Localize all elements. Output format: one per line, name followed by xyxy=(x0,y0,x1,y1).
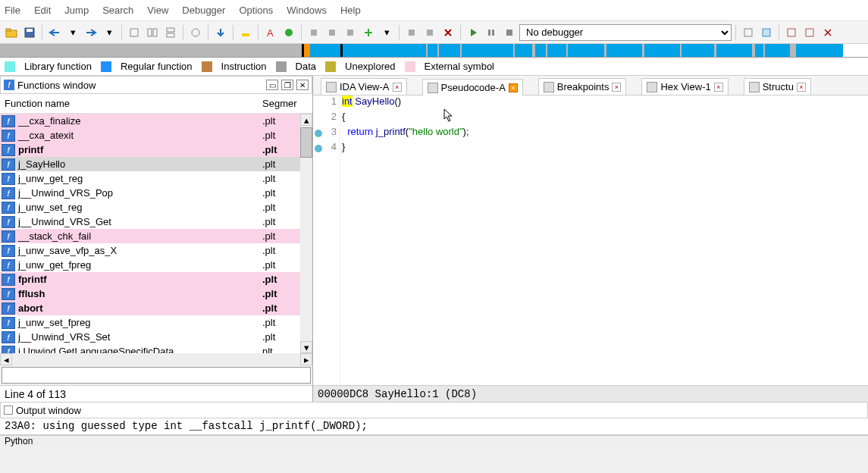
db-icon-5[interactable] xyxy=(421,24,438,41)
tool-icon-3[interactable] xyxy=(162,24,179,41)
tab-close-icon[interactable]: × xyxy=(797,83,806,92)
function-row[interactable]: fj_unw_get_fpreg.plt xyxy=(0,258,312,272)
menu-jump[interactable]: Jump xyxy=(64,5,89,16)
function-row[interactable]: fj_unw_save_vfp_as_X.plt xyxy=(0,243,312,258)
function-row[interactable]: f__cxa_finalize.plt xyxy=(0,114,312,128)
panel-minimize-icon[interactable]: ▭ xyxy=(266,80,278,90)
panel-close-icon[interactable]: ✕ xyxy=(296,80,309,90)
forward-drop-icon[interactable]: ▾ xyxy=(101,24,118,41)
db-icon-3[interactable] xyxy=(342,24,359,41)
tab-close-icon[interactable]: × xyxy=(714,83,723,92)
db-icon-2[interactable] xyxy=(324,24,340,41)
tool-icon-end4[interactable] xyxy=(801,24,818,41)
func-icon: f xyxy=(2,302,15,315)
navigation-band[interactable] xyxy=(0,44,868,58)
function-row[interactable]: fj_unw_get_reg.plt xyxy=(0,171,312,186)
db-icon-1[interactable] xyxy=(306,24,322,41)
stop-icon[interactable] xyxy=(501,24,518,41)
functions-list[interactable]: f__cxa_finalize.pltf__cxa_atexit.pltfpri… xyxy=(0,114,312,353)
menu-file[interactable]: File xyxy=(5,5,20,16)
highlight-icon[interactable] xyxy=(237,24,254,41)
tab-breakpoints[interactable]: Breakpoints× xyxy=(538,78,627,95)
function-row[interactable]: fj__Unwind_VRS_Get.plt xyxy=(0,215,312,229)
func-icon: f xyxy=(4,80,14,90)
text-icon[interactable]: A xyxy=(262,24,279,41)
menu-options[interactable]: Options xyxy=(239,5,273,16)
menu-windows[interactable]: Windows xyxy=(287,5,327,16)
tool-icon-1[interactable] xyxy=(126,24,143,41)
tool-icon-4[interactable] xyxy=(187,24,204,41)
svg-rect-1 xyxy=(6,29,11,31)
tool-icon-end3[interactable] xyxy=(783,24,800,41)
func-icon: f xyxy=(2,274,15,286)
function-row[interactable]: ffprintf.plt xyxy=(0,272,312,287)
play-icon[interactable] xyxy=(465,24,481,41)
svg-rect-14 xyxy=(329,30,335,36)
bottom-tab-python[interactable]: Python xyxy=(0,435,868,447)
back-drop-icon[interactable]: ▾ xyxy=(64,24,81,41)
debugger-select[interactable]: No debugger xyxy=(519,24,732,41)
func-icon: f xyxy=(2,317,15,329)
legend-swatch-library xyxy=(5,61,15,72)
drop-icon[interactable]: ▾ xyxy=(378,24,395,41)
tool-icon-2[interactable] xyxy=(144,24,161,41)
tab-close-icon[interactable]: × xyxy=(612,83,621,92)
tab-close-icon[interactable]: × xyxy=(393,83,402,92)
function-row[interactable]: fi Unwind GetLanguageSpecificData nlt xyxy=(0,344,312,353)
tab-structu[interactable]: Structu× xyxy=(744,78,811,95)
function-row[interactable]: ffflush.plt xyxy=(0,287,312,301)
func-icon: f xyxy=(2,187,15,199)
svg-rect-24 xyxy=(806,29,813,36)
open-icon[interactable] xyxy=(3,24,20,41)
tab-icon xyxy=(647,82,657,92)
svg-point-9 xyxy=(192,29,199,36)
pause-icon[interactable] xyxy=(483,24,500,41)
function-row[interactable]: fj_SayHello.plt xyxy=(0,157,312,171)
tool-icon-end5[interactable] xyxy=(819,24,836,41)
scrollbar-horizontal[interactable]: ◂▸ xyxy=(0,353,312,365)
function-row[interactable]: f__stack_chk_fail.plt xyxy=(0,229,312,243)
svg-rect-5 xyxy=(148,29,152,36)
function-row[interactable]: fj__Unwind_VRS_Pop.plt xyxy=(0,186,312,200)
plus-icon[interactable] xyxy=(360,24,377,41)
function-row[interactable]: fj_unw_set_fpreg.plt xyxy=(0,315,312,330)
function-row[interactable]: fabort.plt xyxy=(0,301,312,315)
tab-close-icon[interactable]: × xyxy=(509,83,518,92)
function-row[interactable]: f__cxa_atexit.plt xyxy=(0,128,312,143)
function-row[interactable]: fprintf.plt xyxy=(0,143,312,157)
svg-text:A: A xyxy=(267,27,274,38)
scrollbar-vertical[interactable]: ▴ ▾ xyxy=(300,114,312,353)
x-red-icon[interactable] xyxy=(440,24,456,41)
func-icon: f xyxy=(2,144,15,156)
svg-rect-22 xyxy=(763,29,770,36)
svg-rect-21 xyxy=(744,29,752,36)
col-function-name[interactable]: Function name xyxy=(0,98,259,109)
col-segment[interactable]: Segmer xyxy=(259,98,312,109)
tab-ida-view-a[interactable]: IDA View-A× xyxy=(321,78,407,95)
legend-swatch-unexplored xyxy=(325,61,336,72)
functions-window-title: f Functions window ▭ ❐ ✕ xyxy=(0,76,312,94)
tool-icon-end1[interactable] xyxy=(740,24,757,41)
db-icon-4[interactable] xyxy=(403,24,420,41)
menu-edit[interactable]: Edit xyxy=(34,5,51,16)
back-icon[interactable] xyxy=(46,24,63,41)
circle-green-icon[interactable] xyxy=(280,24,297,41)
menu-debugger[interactable]: Debugger xyxy=(182,5,225,16)
tab-pseudocode-a[interactable]: Pseudocode-A× xyxy=(422,79,523,96)
tab-hex-view-1[interactable]: Hex View-1× xyxy=(641,78,728,95)
panel-restore-icon[interactable]: ❐ xyxy=(281,80,293,90)
func-icon: f xyxy=(2,346,15,354)
tool-icon-end2[interactable] xyxy=(758,24,775,41)
menu-search[interactable]: Search xyxy=(102,5,133,16)
menu-help[interactable]: Help xyxy=(340,5,361,16)
code-view[interactable]: 1234 int SayHello(){ return j_printf("he… xyxy=(313,96,868,385)
function-row[interactable]: fj_unw_set_reg.plt xyxy=(0,200,312,215)
save-icon[interactable] xyxy=(21,24,38,41)
svg-rect-4 xyxy=(130,29,138,36)
forward-icon[interactable] xyxy=(83,24,99,41)
menu-view[interactable]: View xyxy=(147,5,168,16)
filter-input[interactable] xyxy=(2,367,311,384)
down-arrow-icon[interactable] xyxy=(212,24,229,41)
function-row[interactable]: fj__Unwind_VRS_Set.plt xyxy=(0,330,312,344)
legend-swatch-regular xyxy=(101,61,111,72)
